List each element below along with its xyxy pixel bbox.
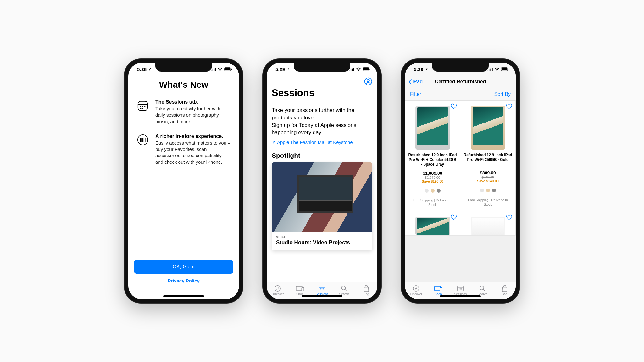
nav-bar: iPad Certified Refurbished xyxy=(405,75,516,88)
wifi-icon xyxy=(494,67,499,71)
favorite-icon[interactable] xyxy=(506,214,512,220)
product-price: $1,089.00 xyxy=(408,171,457,176)
svg-point-37 xyxy=(323,289,324,289)
tab-discover[interactable]: Discover xyxy=(405,285,427,296)
nav-title: Certified Refurbished xyxy=(435,79,486,85)
chevron-left-icon xyxy=(408,79,412,85)
tab-discover[interactable]: Discover xyxy=(267,285,289,296)
favorite-icon[interactable] xyxy=(451,214,457,220)
svg-point-9 xyxy=(140,107,141,107)
svg-rect-1 xyxy=(212,69,213,71)
svg-line-57 xyxy=(483,289,485,291)
notch xyxy=(432,63,489,72)
swatch-silver[interactable] xyxy=(480,189,484,192)
wifi-icon xyxy=(356,67,361,71)
svg-rect-22 xyxy=(352,68,353,71)
tab-shop[interactable]: Shop xyxy=(427,285,449,296)
search-icon xyxy=(478,285,486,292)
home-indicator[interactable] xyxy=(163,295,204,297)
svg-rect-33 xyxy=(319,286,325,291)
favorite-icon[interactable] xyxy=(451,103,457,109)
svg-rect-23 xyxy=(353,68,354,71)
svg-rect-26 xyxy=(369,69,370,70)
swatch-silver[interactable] xyxy=(425,189,429,193)
product-name: Refurbished 12.9-inch iPad Pro Wi-Fi 256… xyxy=(464,153,512,167)
svg-point-36 xyxy=(322,289,322,289)
store-name: Apple The Fashion Mall at Keystone xyxy=(277,140,353,145)
compass-icon xyxy=(274,285,282,292)
tab-sessions[interactable]: Sessions xyxy=(449,285,471,296)
feature-instore: A richer in-store experience. Easily acc… xyxy=(128,134,239,165)
swatch-gold[interactable] xyxy=(431,189,435,193)
bag-icon xyxy=(501,285,509,292)
svg-rect-21 xyxy=(351,69,352,71)
product-original-price: $1,279.00 xyxy=(408,176,457,179)
tab-label: Bag xyxy=(364,293,369,296)
product-card[interactable]: Refurbished 12.9-inch iPad Pro Wi-Fi 256… xyxy=(460,101,516,211)
status-time: 5:29 xyxy=(414,67,423,72)
product-image xyxy=(415,106,450,150)
location-icon xyxy=(425,68,428,71)
spotlight-card[interactable]: VIDEO Studio Hours: Video Projects xyxy=(272,162,372,250)
color-swatches xyxy=(464,189,512,192)
svg-point-53 xyxy=(459,289,459,289)
section-title: Spotlight xyxy=(267,150,377,162)
tab-bag[interactable]: Bag xyxy=(355,285,377,296)
svg-point-35 xyxy=(320,289,321,289)
product-card[interactable] xyxy=(460,211,516,236)
svg-rect-25 xyxy=(363,68,369,70)
svg-line-39 xyxy=(345,289,347,291)
account-icon[interactable] xyxy=(364,77,372,85)
ok-button[interactable]: OK, Got it xyxy=(134,260,233,274)
svg-rect-48 xyxy=(434,286,440,290)
home-indicator[interactable] xyxy=(302,295,342,297)
svg-rect-51 xyxy=(458,286,463,291)
tab-search[interactable]: Search xyxy=(333,285,355,296)
search-icon xyxy=(340,285,348,292)
home-indicator[interactable] xyxy=(440,295,481,297)
intro-text: Take your passions further with the prod… xyxy=(272,107,372,122)
wifi-icon xyxy=(218,67,223,71)
svg-point-38 xyxy=(341,286,346,290)
tab-search[interactable]: Search xyxy=(471,285,493,296)
devices-icon xyxy=(434,285,442,292)
filter-button[interactable]: Filter xyxy=(410,91,421,97)
battery-icon xyxy=(501,67,509,71)
svg-rect-6 xyxy=(231,69,232,70)
feature-description: Easily access what matters to you – buy … xyxy=(155,140,231,165)
product-card[interactable] xyxy=(405,211,460,236)
product-image xyxy=(471,106,505,150)
devices-icon xyxy=(296,285,304,292)
product-card[interactable]: Refurbished 12.9-inch iPad Pro Wi-Fi + C… xyxy=(405,101,460,211)
tab-shop[interactable]: Shop xyxy=(289,285,311,296)
store-location-link[interactable]: Apple The Fashion Mall at Keystone xyxy=(267,138,377,150)
svg-rect-45 xyxy=(502,68,507,70)
shipping-info: Free Shipping | Delivery: In Stock xyxy=(464,198,512,206)
phone-sessions: 5:29 Sessions Take your passions further… xyxy=(262,58,382,304)
feature-description: Take your creativity further with daily … xyxy=(155,106,231,125)
svg-point-29 xyxy=(275,286,280,291)
svg-point-11 xyxy=(145,107,145,107)
privacy-link[interactable]: Privacy Policy xyxy=(134,278,233,283)
tab-sessions[interactable]: Sessions xyxy=(311,285,333,296)
location-icon xyxy=(286,68,290,71)
product-name: Refurbished 12.9-inch iPad Pro Wi-Fi + C… xyxy=(408,153,457,167)
product-savings: Save $190.00 xyxy=(408,179,457,183)
intro-text: Sign up for Today at Apple sessions happ… xyxy=(272,122,372,137)
feature-sessions: The Sessions tab. Take your creativity f… xyxy=(128,99,239,125)
color-swatches xyxy=(408,189,457,193)
favorite-icon[interactable] xyxy=(506,103,512,109)
swatch-gold[interactable] xyxy=(486,189,490,192)
back-button[interactable]: iPad xyxy=(408,79,423,85)
swatch-gray[interactable] xyxy=(437,189,441,193)
svg-rect-5 xyxy=(225,68,230,70)
sort-button[interactable]: Sort By xyxy=(494,91,511,97)
tab-bag[interactable]: Bag xyxy=(494,285,516,296)
swatch-gray[interactable] xyxy=(492,189,496,192)
svg-rect-40 xyxy=(487,70,488,71)
location-icon xyxy=(148,68,151,71)
svg-rect-50 xyxy=(440,288,442,291)
location-arrow-icon xyxy=(272,140,275,144)
svg-point-47 xyxy=(413,286,419,291)
back-label: iPad xyxy=(413,79,423,85)
